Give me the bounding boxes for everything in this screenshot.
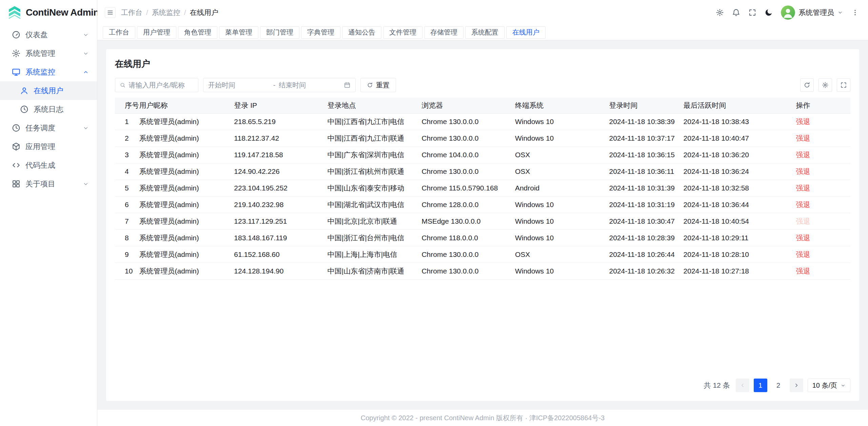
sidebar-item-dashboard[interactable]: 仪表盘 bbox=[0, 25, 97, 44]
cell-os: Windows 10 bbox=[515, 229, 609, 246]
force-logout-link[interactable]: 强退 bbox=[796, 201, 810, 208]
date-range-picker[interactable]: - bbox=[203, 78, 356, 92]
refresh-table-button[interactable] bbox=[800, 78, 814, 92]
prev-page-button[interactable] bbox=[736, 379, 749, 392]
tab[interactable]: 部门管理 bbox=[260, 26, 299, 39]
bell-icon bbox=[732, 8, 740, 17]
sidebar-item-system-management[interactable]: 系统管理 bbox=[0, 44, 97, 63]
table-fullscreen-button[interactable] bbox=[837, 78, 850, 92]
force-logout-link[interactable]: 强退 bbox=[796, 267, 810, 275]
cell-browser: Chrome 115.0.5790.168 bbox=[421, 180, 515, 196]
tab-label: 通知公告 bbox=[348, 28, 375, 37]
cell-login-ip: 118.212.37.42 bbox=[234, 130, 327, 146]
breadcrumb-item[interactable]: 在线用户 bbox=[190, 8, 218, 17]
sidebar-item-label: 系统日志 bbox=[34, 104, 89, 115]
force-logout-link[interactable]: 强退 bbox=[796, 217, 810, 225]
menu-icon bbox=[107, 9, 114, 16]
sidebar-item-system-monitor[interactable]: 系统监控 bbox=[0, 63, 97, 81]
card-spacer bbox=[115, 280, 850, 372]
cell-login-ip: 123.117.129.251 bbox=[234, 213, 327, 229]
table-row: 4 系统管理员(admin) 124.90.42.226 中国|浙江省|杭州市|… bbox=[115, 163, 850, 180]
start-date-input[interactable] bbox=[208, 81, 270, 89]
tab[interactable]: 角色管理 bbox=[178, 26, 217, 39]
force-logout-link[interactable]: 强退 bbox=[796, 151, 810, 159]
cell-location: 中国|湖北省|武汉市|电信 bbox=[328, 196, 422, 213]
tab[interactable]: 用户管理 bbox=[137, 26, 176, 39]
page-button[interactable]: 2 bbox=[772, 379, 785, 392]
tab-label: 角色管理 bbox=[184, 28, 211, 37]
chevron-down-icon bbox=[83, 32, 89, 38]
tab[interactable]: 在线用户 bbox=[506, 26, 546, 39]
search-input[interactable] bbox=[129, 81, 194, 89]
force-logout-link[interactable]: 强退 bbox=[796, 234, 810, 242]
cell-login-ip: 219.140.232.98 bbox=[234, 196, 327, 213]
cell-nickname: 系统管理员(admin) bbox=[139, 113, 234, 130]
force-logout-link[interactable]: 强退 bbox=[796, 134, 810, 142]
tab-label: 存储管理 bbox=[430, 28, 457, 37]
reset-button[interactable]: 重置 bbox=[360, 78, 396, 92]
tab[interactable]: 文件管理 bbox=[383, 26, 422, 39]
dark-mode-toggle[interactable] bbox=[763, 7, 774, 18]
page-button[interactable]: 1 bbox=[754, 379, 767, 392]
cell-os: OSX bbox=[515, 146, 609, 163]
cell-os: OSX bbox=[515, 163, 609, 180]
copyright-text: Copyright © 2022 - present ContiNew Admi… bbox=[361, 413, 605, 423]
cell-action: 强退 bbox=[796, 196, 850, 213]
tab[interactable]: 工作台 bbox=[103, 26, 135, 39]
logo[interactable]: ContiNew Admin bbox=[0, 0, 97, 25]
user-menu[interactable]: 系统管理员 bbox=[781, 5, 843, 20]
sidebar-collapse-button[interactable] bbox=[105, 7, 116, 18]
cell-browser: Chrome 130.0.0.0 bbox=[421, 130, 515, 146]
force-logout-link[interactable]: 强退 bbox=[796, 118, 810, 125]
fullscreen-button[interactable] bbox=[747, 7, 758, 18]
breadcrumb: 工作台/系统监控/在线用户 bbox=[121, 8, 218, 17]
tab[interactable]: 存储管理 bbox=[424, 26, 463, 39]
dashboard-icon bbox=[12, 30, 21, 39]
cell-last-active: 2024-11-18 10:36:20 bbox=[684, 146, 796, 163]
sidebar-item-about-project[interactable]: 关于项目 bbox=[0, 175, 97, 193]
column-header: 浏览器 bbox=[421, 98, 515, 113]
breadcrumb-item[interactable]: 系统监控 bbox=[152, 8, 180, 17]
tab[interactable]: 系统配置 bbox=[465, 26, 505, 39]
tab[interactable]: 通知公告 bbox=[342, 26, 381, 39]
notifications-button[interactable] bbox=[731, 7, 742, 18]
chevron-up-icon bbox=[83, 69, 89, 75]
tab[interactable]: 字典管理 bbox=[301, 26, 340, 39]
sidebar-item-task-scheduler[interactable]: 任务调度 bbox=[0, 119, 97, 137]
cell-index: 3 bbox=[115, 146, 139, 163]
cell-action: 强退 bbox=[796, 263, 850, 279]
tab[interactable]: 菜单管理 bbox=[219, 26, 258, 39]
page-size-select[interactable]: 10 条/页 bbox=[808, 379, 850, 392]
cell-location: 中国|浙江省|杭州市|联通 bbox=[328, 163, 422, 180]
end-date-input[interactable] bbox=[279, 81, 340, 89]
online-users-table: 序号用户昵称登录 IP登录地点浏览器终端系统登录时间最后活跃时间操作 1 系统管… bbox=[115, 98, 850, 280]
calendar-icon bbox=[344, 82, 351, 88]
tab-label: 用户管理 bbox=[143, 28, 170, 37]
cell-os: Windows 10 bbox=[515, 130, 609, 146]
sidebar-item-code-generation[interactable]: 代码生成 bbox=[0, 156, 97, 175]
cell-browser: MSEdge 130.0.0.0 bbox=[421, 213, 515, 229]
cell-nickname: 系统管理员(admin) bbox=[139, 229, 234, 246]
cell-last-active: 2024-11-18 10:28:10 bbox=[684, 246, 796, 263]
sidebar-item-online-users[interactable]: 在线用户 bbox=[0, 81, 97, 100]
settings-button[interactable] bbox=[714, 7, 725, 18]
breadcrumb-item[interactable]: 工作台 bbox=[121, 8, 142, 17]
cell-login-ip: 218.65.5.219 bbox=[234, 113, 327, 130]
next-page-button[interactable] bbox=[790, 379, 803, 392]
sidebar-item-app-management[interactable]: 应用管理 bbox=[0, 137, 97, 156]
cell-index: 9 bbox=[115, 246, 139, 263]
cell-location: 中国|浙江省|台州市|电信 bbox=[328, 229, 422, 246]
table-row: 2 系统管理员(admin) 118.212.37.42 中国|江西省|九江市|… bbox=[115, 130, 850, 146]
cell-os: Windows 10 bbox=[515, 213, 609, 229]
cell-os: OSX bbox=[515, 246, 609, 263]
cell-os: Windows 10 bbox=[515, 113, 609, 130]
force-logout-link[interactable]: 强退 bbox=[796, 167, 810, 175]
table-row: 6 系统管理员(admin) 219.140.232.98 中国|湖北省|武汉市… bbox=[115, 196, 850, 213]
cell-location: 中国|江西省|九江市|电信 bbox=[328, 113, 422, 130]
force-logout-link[interactable]: 强退 bbox=[796, 184, 810, 192]
sidebar-item-label: 关于项目 bbox=[25, 179, 78, 189]
column-settings-button[interactable] bbox=[818, 78, 832, 92]
force-logout-link[interactable]: 强退 bbox=[796, 250, 810, 258]
sidebar-item-system-logs[interactable]: 系统日志 bbox=[0, 100, 97, 119]
more-button[interactable] bbox=[850, 8, 860, 17]
